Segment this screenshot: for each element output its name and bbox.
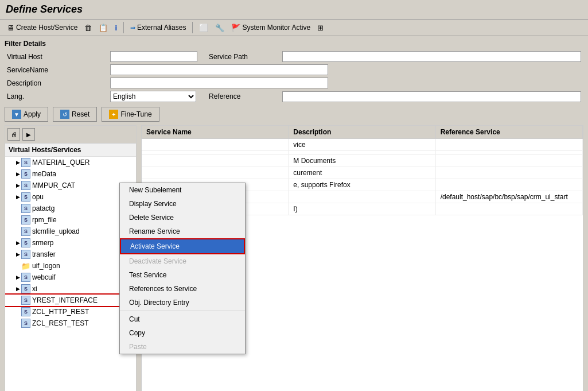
system-monitor-label: System Monitor Active	[242, 24, 310, 32]
service-path-label: Service Path	[200, 50, 280, 63]
context-activate-service[interactable]: Activate Service	[120, 238, 245, 254]
tree-item-rpm-file[interactable]: S rpm_file	[5, 214, 136, 226]
arrow-icon: ▶	[14, 159, 21, 166]
delete-button[interactable]: 🗑	[82, 22, 94, 33]
expand-button[interactable]: ▶	[22, 128, 35, 141]
context-divider	[120, 311, 245, 311]
arrow-icon	[14, 262, 21, 269]
service-path-input[interactable]	[282, 51, 581, 62]
tree-toolbar: 🖨 ▶	[5, 126, 136, 144]
reset-button[interactable]: ↺ Reset	[53, 107, 97, 122]
create-host-service-button[interactable]: 🖥 Create Host/Service	[5, 22, 80, 33]
virtual-host-input[interactable]	[110, 51, 197, 62]
service-icon: S	[21, 238, 30, 247]
context-test-service[interactable]: Test Service	[120, 268, 245, 282]
context-label: References to Service	[129, 285, 197, 293]
create-label: Create Host/Service	[16, 24, 77, 32]
tree-item-mmpur-cat[interactable]: ▶ S MMPUR_CAT	[5, 180, 136, 191]
tree-item-yrest[interactable]: S YREST_INTERFACE	[5, 295, 136, 306]
tree-item-srmerp[interactable]: ▶ S srmerp	[5, 237, 136, 249]
tree-item-opu[interactable]: ▶ S opu	[5, 191, 136, 203]
grid-icon: ⊞	[317, 24, 324, 32]
external-aliases-button[interactable]: ⇒ External Aliases	[128, 22, 188, 33]
context-label: Rename Service	[129, 227, 180, 235]
context-label: Paste	[129, 343, 147, 351]
tree-item-label: patactg	[32, 204, 54, 212]
tree-item-medata[interactable]: ▶ S meData	[5, 168, 136, 180]
service-icon: S	[21, 169, 30, 179]
arrow-icon: ▶	[14, 251, 21, 258]
fine-tune-button[interactable]: ✦ Fine-Tune	[102, 107, 159, 122]
tree-item-label: meData	[32, 170, 56, 178]
cell-ref	[436, 167, 583, 179]
tree-item-zcl-rest[interactable]: S ZCL_REST_TEST	[5, 318, 136, 329]
arrow-icon	[14, 308, 21, 315]
print-button[interactable]: 🖨	[7, 128, 20, 141]
print-icon: 🖨	[11, 131, 17, 138]
tree-item-webcuif[interactable]: ▶ S webcuif	[5, 272, 136, 283]
tree-item-transfer[interactable]: ▶ S transfer	[5, 249, 136, 260]
apply-label: Apply	[24, 110, 41, 118]
context-display-service[interactable]: Display Service	[120, 197, 245, 211]
tree-title: Virtual Hosts/Services	[5, 144, 136, 157]
cell-desc: vice	[289, 139, 435, 150]
copy-button[interactable]: 📋	[96, 22, 110, 33]
context-delete-service[interactable]: Delete Service	[120, 211, 245, 224]
service-icon: S	[21, 273, 30, 282]
tree-item-slcmfile[interactable]: S slcmfile_upload	[5, 226, 136, 237]
context-label: Copy	[129, 329, 145, 337]
main-toolbar: 🖥 Create Host/Service 🗑 📋 i ⇒ External A…	[0, 20, 588, 36]
context-cut[interactable]: Cut	[120, 312, 245, 326]
grid-button[interactable]: ⊞	[315, 22, 326, 33]
wrench-button[interactable]: 🔧	[213, 22, 227, 33]
tree-item-label: slcmfile_upload	[32, 227, 80, 235]
reset-label: Reset	[72, 110, 89, 118]
folder-icon: 📁	[21, 261, 30, 270]
tree-item-label: xi	[32, 285, 37, 293]
copy-icon: 📋	[99, 24, 108, 32]
create-icon: 🖥	[7, 24, 14, 32]
filter-buttons: ▼ Apply ↺ Reset ✦ Fine-Tune	[5, 107, 583, 122]
reference-input[interactable]	[282, 91, 581, 102]
separator-2	[192, 22, 193, 33]
service-icon: S	[21, 158, 30, 167]
cell-ref	[436, 203, 583, 215]
col-service-name: Service Name	[142, 126, 289, 138]
tree-item-label: uif_logon	[32, 262, 60, 270]
service-icon: S	[21, 181, 30, 190]
title-bar: Define Services	[0, 0, 588, 20]
context-references-to-service[interactable]: References to Service	[120, 282, 245, 296]
context-label: Activate Service	[130, 242, 180, 250]
system-monitor-button[interactable]: 🚩 System Monitor Active	[229, 22, 313, 33]
context-paste: Paste	[120, 340, 245, 354]
split-button[interactable]: ⬜	[197, 22, 211, 33]
tree-item-uif-logon[interactable]: 📁 uif_logon	[5, 260, 136, 272]
fine-tune-label: Fine-Tune	[120, 110, 151, 118]
cell-ref	[436, 179, 583, 191]
context-rename-service[interactable]: Rename Service	[120, 224, 245, 238]
apply-button[interactable]: ▼ Apply	[5, 107, 48, 122]
service-icon: S	[21, 250, 30, 259]
info-button[interactable]: i	[112, 22, 119, 33]
context-new-subelement[interactable]: New Subelement	[120, 183, 245, 197]
context-obj-directory[interactable]: Obj. Directory Entry	[120, 296, 245, 309]
tree-item-material-quer[interactable]: ▶ S MATERIAL_QUER	[5, 157, 136, 168]
tree-item-zcl-http[interactable]: S ZCL_HTTP_REST	[5, 306, 136, 318]
tree-item-patactg[interactable]: S patactg	[5, 203, 136, 214]
lang-select[interactable]: English	[110, 91, 196, 102]
description-input[interactable]	[110, 78, 328, 88]
filter-table: Virtual Host Service Path ServiceName De…	[5, 50, 583, 103]
tree-item-label: opu	[32, 193, 44, 201]
cell-name	[142, 167, 289, 179]
service-name-input[interactable]	[110, 64, 328, 75]
arrow-icon: ▶	[14, 239, 21, 246]
tree-item-xi[interactable]: ▶ S xi	[5, 283, 136, 295]
arrow-icon: ▶	[14, 274, 21, 281]
context-copy[interactable]: Copy	[120, 326, 245, 340]
context-menu: New Subelement Display Service Delete Se…	[119, 183, 246, 354]
cell-ref: /default_host/sap/bc/bsp/sap/crm_ui_star…	[436, 191, 583, 203]
cell-name	[142, 155, 289, 167]
table-row: M Documents	[142, 155, 583, 167]
context-label: Display Service	[129, 200, 177, 208]
page-title: Define Services	[6, 3, 582, 16]
